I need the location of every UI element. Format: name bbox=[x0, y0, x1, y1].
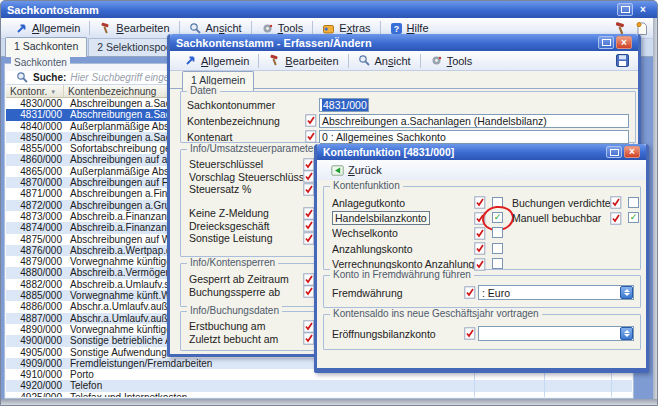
table-row[interactable]: 4925/000Telefax und Internetkosten bbox=[6, 392, 632, 397]
menu-separator bbox=[348, 54, 349, 68]
kontenart-label: Kontenart bbox=[187, 131, 305, 143]
down-arrow-icon bbox=[624, 293, 630, 296]
restore-button[interactable] bbox=[617, 3, 633, 16]
checkbox-row: Manuell bebuchbar✓ bbox=[512, 210, 640, 225]
field-flag-icon[interactable] bbox=[610, 196, 622, 209]
info-field-row: Keine Z-Meldung bbox=[189, 207, 315, 220]
account-number: 4900/000 bbox=[6, 335, 66, 346]
handelsbilanzkonto-checkbox[interactable]: ✓ bbox=[492, 212, 503, 223]
tools-icon bbox=[261, 22, 274, 35]
field-flag-icon[interactable] bbox=[474, 212, 486, 225]
dreiecksgesch-ft-label: Dreiecksgeschäft bbox=[189, 220, 303, 232]
anlagegutkonto-checkbox[interactable] bbox=[492, 197, 503, 208]
eroeffnungsbilanzkonto-combobox[interactable] bbox=[478, 326, 634, 341]
verrechnungskonto-anzahlung-checkbox[interactable] bbox=[492, 258, 503, 269]
search-label: Suche: bbox=[33, 72, 66, 83]
account-number: 4855/000 bbox=[6, 143, 66, 154]
account-number: 4925/000 bbox=[6, 392, 66, 397]
erfassen-tabstrip: 1 Allgemein bbox=[170, 71, 638, 89]
tab-1-sachkonten[interactable]: 1 Sachkonten bbox=[5, 37, 87, 57]
menu-item-allgemein[interactable]: Allgemein bbox=[9, 20, 86, 37]
allgemein-icon bbox=[184, 54, 197, 67]
info-field-row: Steuersatz % bbox=[189, 183, 315, 196]
wechselkonto-checkbox[interactable] bbox=[492, 227, 503, 238]
list-spacer bbox=[189, 196, 315, 207]
fremdwaehrung-combobox[interactable]: : Euro bbox=[478, 285, 634, 300]
window-border bbox=[653, 18, 657, 405]
checkbox-row: Anzahlungskonto bbox=[332, 241, 504, 256]
menu-separator bbox=[420, 54, 421, 68]
checkbox-row: Handelsbilanzkonto✓ bbox=[332, 210, 504, 225]
field-flag-icon[interactable] bbox=[305, 114, 317, 127]
group-kontensaldo-label: Kontensaldo ins neue Geschäftsjahr vortr… bbox=[330, 308, 542, 319]
close-button[interactable]: × bbox=[616, 36, 632, 49]
field-flag-icon[interactable] bbox=[305, 130, 317, 143]
svg-text:?: ? bbox=[393, 23, 399, 33]
field-flag-icon[interactable] bbox=[464, 327, 476, 340]
info-field-row: Zuletzt bebucht am bbox=[189, 333, 315, 346]
restore-button[interactable] bbox=[598, 36, 614, 49]
buchungen-verdichten-checkbox[interactable] bbox=[628, 197, 639, 208]
zurueck-label: Zurück bbox=[348, 164, 382, 176]
menu-item-bearbeiten[interactable]: Bearbeiten bbox=[262, 52, 344, 69]
back-arrow-icon bbox=[331, 164, 344, 177]
close-icon: × bbox=[629, 147, 635, 157]
erstbuchung-am-label: Erstbuchung am bbox=[189, 320, 303, 332]
restore-button[interactable] bbox=[606, 146, 622, 158]
spinner-button[interactable] bbox=[620, 286, 633, 299]
kontenart-input[interactable]: 0 : Allgemeines Sachkonto bbox=[319, 130, 629, 144]
info-field-row: Sonstige Leistung bbox=[189, 232, 315, 245]
group-info-umsatzsteuerparameter: Info/Umsatzsteuerparameter Steuerschlüss… bbox=[180, 149, 322, 257]
vorschlag-steuerschl-ssel-label: Vorschlag Steuerschlüssel bbox=[189, 171, 303, 183]
erfassen-menu: AllgemeinBearbeitenAnsichtTools bbox=[178, 52, 478, 69]
eroeffnungsbilanzkonto-label: Eröffnungsbilanzkonto bbox=[332, 328, 464, 340]
buchungen-verdichten-label: Buchungen verdichten bbox=[512, 197, 610, 209]
checkbox-row: Anlagegutkonto bbox=[332, 195, 504, 210]
close-button[interactable]: × bbox=[635, 3, 651, 16]
manuell-bebuchbar-label: Manuell bebuchbar bbox=[512, 212, 610, 224]
info-field-row: Dreiecksgeschäft bbox=[189, 219, 315, 232]
spinner-button[interactable] bbox=[620, 327, 633, 340]
tools-icon bbox=[430, 54, 443, 67]
field-flag-icon[interactable] bbox=[474, 196, 486, 209]
account-number: 4840/000 bbox=[6, 121, 66, 132]
field-flag-icon[interactable] bbox=[474, 227, 486, 240]
account-number: 4880/000 bbox=[6, 267, 66, 278]
sachkontonummer-input[interactable]: 4831/000 bbox=[319, 98, 369, 112]
field-flag-icon[interactable] bbox=[610, 212, 622, 225]
field-flag-icon[interactable] bbox=[474, 242, 486, 255]
info-field-row: Erstbuchung am bbox=[189, 320, 315, 333]
anzahlungskonto-checkbox[interactable] bbox=[492, 243, 503, 254]
menu-item-allgemein[interactable]: Allgemein bbox=[178, 52, 255, 69]
menu-separator bbox=[380, 21, 381, 35]
save-icon[interactable] bbox=[615, 53, 630, 68]
ust-field-list: SteuerschlüsselVorschlag Steuerschlüssel… bbox=[189, 158, 315, 245]
steuersatz-label: Steuersatz % bbox=[189, 183, 303, 195]
menu-item-tools[interactable]: Tools bbox=[424, 52, 479, 69]
table-row[interactable]: 4920/000Telefon bbox=[6, 380, 632, 391]
manuell-bebuchbar-checkbox[interactable]: ✓ bbox=[628, 212, 639, 223]
account-number: 4865/000 bbox=[6, 166, 66, 177]
account-number: 4870/000 bbox=[6, 177, 66, 188]
info-field-row: Vorschlag Steuerschlüssel bbox=[189, 171, 315, 184]
zurueck-button[interactable]: Zurück bbox=[325, 162, 388, 179]
sort-desc-icon: ▼ bbox=[50, 89, 56, 95]
checkbox-row: Wechselkonto bbox=[332, 226, 504, 241]
fremdwaehrung-label: Fremdwährung bbox=[332, 287, 464, 299]
field-flag-icon[interactable] bbox=[464, 286, 476, 299]
kontenfunktion-right-checks: Buchungen verdichtenManuell bebuchbar✓ bbox=[512, 195, 640, 226]
column-header-kontonr[interactable]: Kontonr. ▼ bbox=[6, 85, 64, 97]
menu-item-ansicht[interactable]: Ansicht bbox=[352, 52, 417, 69]
wechselkonto-label: Wechselkonto bbox=[332, 227, 474, 239]
kontenbezeichnung-input[interactable]: Abschreibungen a.Sachanlagen (Handelsbil… bbox=[319, 114, 629, 128]
field-flag-icon[interactable] bbox=[474, 258, 486, 271]
menu-separator bbox=[179, 21, 180, 35]
account-number: 4876/000 bbox=[6, 245, 66, 256]
account-number: 4882/000 bbox=[6, 279, 66, 290]
close-button[interactable]: × bbox=[624, 146, 640, 158]
main-titlebar: Sachkontostamm × bbox=[1, 1, 657, 18]
kontenfunktion-dialog-title: Kontenfunktion [4831/000] bbox=[323, 146, 606, 158]
ansicht-icon bbox=[189, 22, 202, 35]
menu-item-bearbeiten[interactable]: Bearbeiten bbox=[93, 20, 175, 37]
group-kontensaldo: Kontensaldo ins neue Geschäftsjahr vortr… bbox=[323, 314, 641, 350]
